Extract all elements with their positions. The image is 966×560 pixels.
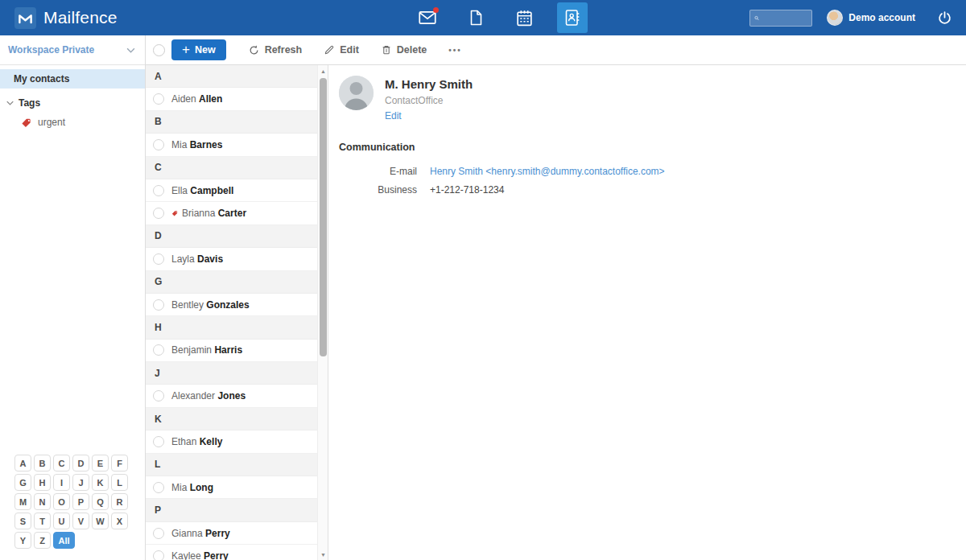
alpha-filter-K[interactable]: K: [92, 474, 109, 491]
contact-row-bentley-gonzales[interactable]: Bentley Gonzales: [146, 294, 317, 316]
contact-row-layla-davis[interactable]: Layla Davis: [146, 248, 317, 270]
contact-checkbox[interactable]: [153, 344, 164, 356]
alpha-filter-W[interactable]: W: [92, 513, 109, 529]
alpha-filter-G[interactable]: G: [14, 474, 31, 491]
unread-badge: [433, 7, 439, 13]
contact-checkbox[interactable]: [153, 93, 164, 105]
letter-header-A: A: [146, 65, 317, 88]
body-row: AAiden AllenBMia BarnesCElla CampbellBri…: [146, 65, 966, 560]
edit-button[interactable]: Edit: [324, 44, 359, 56]
letter-header-K: K: [146, 408, 317, 430]
trash-icon: [381, 44, 392, 56]
contact-checkbox[interactable]: [153, 253, 164, 265]
alpha-filter-M[interactable]: M: [14, 493, 31, 510]
alpha-filter-V[interactable]: V: [72, 513, 89, 529]
detail-fields: E-mailHenry Smith <henry.smith@dummy.con…: [339, 166, 966, 196]
new-contact-button[interactable]: + New: [171, 39, 226, 60]
nav-documents-button[interactable]: [460, 2, 491, 33]
chevron-down-icon: [6, 101, 14, 105]
alpha-filter-I[interactable]: I: [53, 474, 70, 491]
contact-checkbox[interactable]: [153, 550, 164, 560]
alpha-filter-B[interactable]: B: [34, 455, 51, 471]
alpha-filter-Z[interactable]: Z: [34, 532, 51, 549]
alpha-filter-L[interactable]: L: [111, 474, 128, 491]
contact-row-ethan-kelly[interactable]: Ethan Kelly: [146, 430, 317, 453]
brand-logo[interactable]: Mailfence: [0, 7, 258, 29]
topbar: Mailfence Demo accoun: [0, 0, 966, 35]
contact-row-aiden-allen[interactable]: Aiden Allen: [146, 88, 317, 110]
alpha-filter-Y[interactable]: Y: [14, 532, 31, 549]
sidebar-item-my-contacts[interactable]: My contacts: [0, 69, 145, 89]
nav-contacts-button[interactable]: [557, 2, 588, 33]
alpha-filter-O[interactable]: O: [53, 493, 70, 510]
chevron-down-icon: [126, 47, 135, 53]
contact-checkbox[interactable]: [153, 436, 164, 447]
edit-contact-link[interactable]: Edit: [385, 110, 402, 121]
contact-checkbox[interactable]: [153, 185, 164, 196]
select-all-checkbox[interactable]: [153, 44, 165, 56]
delete-button[interactable]: Delete: [381, 44, 427, 56]
alpha-filter-N[interactable]: N: [34, 493, 51, 510]
sidebar-tags-toggle[interactable]: Tags: [0, 95, 145, 111]
sidebar-tag-urgent[interactable]: urgent: [0, 114, 145, 130]
search-input[interactable]: [762, 13, 807, 23]
contact-row-ella-campbell[interactable]: Ella Campbell: [146, 179, 317, 202]
alpha-filter-F[interactable]: F: [111, 455, 128, 471]
contact-checkbox[interactable]: [153, 208, 164, 219]
contact-checkbox[interactable]: [153, 390, 164, 401]
alpha-filter-all[interactable]: All: [53, 532, 75, 549]
brand-name: Mailfence: [43, 8, 118, 27]
logout-button[interactable]: [936, 10, 953, 27]
scroll-up-arrow[interactable]: ▲: [318, 65, 328, 76]
account-menu[interactable]: Demo account: [827, 10, 915, 26]
letter-header-J: J: [146, 362, 317, 385]
field-label: E-mail: [339, 166, 417, 177]
alpha-filter-T[interactable]: T: [34, 513, 51, 529]
my-contacts-label: My contacts: [14, 73, 69, 84]
sidebar: Workspace Private My contacts Tags urgen…: [0, 35, 146, 560]
contact-name-label: Bentley Gonzales: [171, 299, 250, 311]
tag-icon: [21, 117, 31, 128]
contact-row-mia-long[interactable]: Mia Long: [146, 476, 317, 499]
contact-row-kaylee-perry[interactable]: Kaylee Perry: [146, 545, 317, 560]
search-box[interactable]: [749, 10, 812, 27]
letter-header-L: L: [146, 454, 317, 476]
contact-org: ContactOffice: [385, 95, 473, 106]
alpha-filter-D[interactable]: D: [72, 455, 89, 471]
main: + New Refresh Edit Delete •••: [146, 35, 966, 560]
account-avatar: [827, 10, 843, 26]
contact-row-mia-barnes[interactable]: Mia Barnes: [146, 134, 317, 156]
alpha-filter-X[interactable]: X: [111, 513, 128, 529]
contact-photo: [339, 76, 374, 110]
email-link[interactable]: Henry Smith <henry.smith@dummy.contactof…: [430, 166, 665, 177]
letter-header-H: H: [146, 316, 317, 339]
contact-checkbox[interactable]: [153, 482, 164, 493]
alpha-filter-Q[interactable]: Q: [92, 493, 109, 510]
contact-row-alexander-jones[interactable]: Alexander Jones: [146, 385, 317, 407]
alpha-filter-H[interactable]: H: [34, 474, 51, 491]
alpha-filter-R[interactable]: R: [111, 493, 128, 510]
contact-checkbox[interactable]: [153, 528, 164, 539]
nav-mail-button[interactable]: [412, 2, 443, 33]
account-name: Demo account: [848, 12, 915, 23]
alpha-filter-S[interactable]: S: [14, 513, 31, 529]
alpha-filter-A[interactable]: A: [14, 455, 31, 471]
contact-checkbox[interactable]: [153, 139, 164, 150]
more-actions-button[interactable]: •••: [448, 46, 462, 55]
workspace-selector[interactable]: Workspace Private: [0, 35, 145, 65]
scroll-down-arrow[interactable]: ▼: [318, 549, 328, 560]
refresh-icon: [248, 44, 260, 56]
contact-checkbox[interactable]: [153, 299, 164, 311]
scrollbar-thumb[interactable]: [320, 78, 327, 356]
alpha-filter-J[interactable]: J: [72, 474, 89, 491]
contact-row-brianna-carter[interactable]: Brianna Carter: [146, 202, 317, 224]
alpha-filter-U[interactable]: U: [53, 513, 70, 529]
nav-calendar-button[interactable]: [509, 2, 539, 33]
contact-row-gianna-perry[interactable]: Gianna Perry: [146, 522, 317, 545]
alpha-filter-P[interactable]: P: [72, 493, 89, 510]
contact-row-benjamin-harris[interactable]: Benjamin Harris: [146, 340, 317, 362]
alpha-filter-E[interactable]: E: [92, 455, 109, 471]
refresh-button[interactable]: Refresh: [248, 44, 303, 56]
alpha-filter-C[interactable]: C: [53, 455, 70, 471]
letter-header-B: B: [146, 111, 317, 134]
